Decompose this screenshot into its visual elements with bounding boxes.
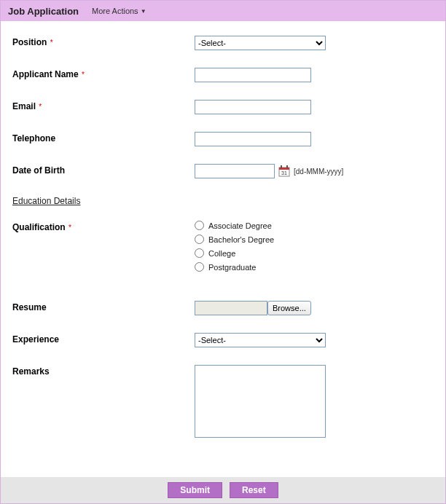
footer-actions: Submit Reset — [1, 477, 445, 503]
qualification-option[interactable]: Associate Degree — [195, 221, 274, 230]
row-remarks: Remarks — [12, 365, 434, 438]
form-content: Position * -Select- Applicant Name * Ema… — [1, 21, 445, 477]
qualification-radio[interactable] — [195, 235, 204, 244]
qualification-radio[interactable] — [195, 248, 204, 258]
applicant-name-input[interactable] — [195, 68, 311, 82]
qualification-label: Qualification * — [12, 222, 71, 232]
resume-label: Resume — [12, 302, 47, 312]
position-label: Position * — [12, 37, 53, 47]
row-applicant-name: Applicant Name * — [12, 68, 434, 82]
dob-input[interactable] — [195, 164, 275, 178]
qualification-option[interactable]: Postgraduate — [195, 262, 274, 272]
telephone-label: Telephone — [12, 133, 55, 143]
email-label: Email * — [12, 101, 42, 111]
position-select[interactable]: -Select- — [195, 36, 326, 50]
calendar-icon[interactable]: 31 — [278, 165, 291, 178]
page-title: Job Application — [8, 6, 79, 17]
dob-label: Date of Birth — [12, 165, 65, 176]
job-application-window: Job Application More Actions ▼ Position … — [0, 0, 446, 504]
applicant-name-label: Applicant Name * — [12, 69, 85, 79]
resume-file-display — [195, 301, 267, 315]
chevron-down-icon: ▼ — [141, 8, 146, 15]
row-resume: Resume Browse... — [12, 301, 434, 315]
row-dob: Date of Birth 31 [dd-MMM-yyyy] — [12, 164, 434, 178]
submit-button[interactable]: Submit — [168, 482, 222, 498]
required-mark: * — [39, 103, 42, 111]
remarks-label: Remarks — [12, 366, 50, 377]
more-actions-menu[interactable]: More Actions ▼ — [92, 7, 146, 15]
row-qualification: Qualification * Associate Degree Bachelo… — [12, 221, 434, 272]
experience-select[interactable]: -Select- — [195, 333, 326, 347]
row-position: Position * -Select- — [12, 36, 434, 50]
qualification-option[interactable]: College — [195, 248, 274, 258]
row-experience: Experience -Select- — [12, 333, 434, 347]
window-header: Job Application More Actions ▼ — [1, 1, 445, 21]
row-email: Email * — [12, 100, 434, 114]
required-mark: * — [82, 71, 85, 79]
required-mark: * — [69, 224, 71, 232]
remarks-textarea[interactable] — [195, 365, 326, 438]
svg-rect-2 — [281, 165, 282, 168]
required-mark: * — [50, 39, 53, 47]
qualification-radio[interactable] — [195, 262, 204, 272]
telephone-input[interactable] — [195, 132, 311, 146]
reset-button[interactable]: Reset — [230, 482, 278, 498]
experience-label: Experience — [12, 334, 59, 344]
more-actions-label: More Actions — [92, 7, 138, 15]
email-input[interactable] — [195, 100, 311, 114]
svg-text:31: 31 — [281, 170, 287, 176]
svg-rect-3 — [286, 165, 288, 168]
resume-file-control: Browse... — [195, 301, 311, 315]
browse-button[interactable]: Browse... — [267, 301, 311, 315]
row-telephone: Telephone — [12, 132, 434, 146]
dob-hint: [dd-MMM-yyyy] — [294, 168, 343, 176]
education-section-heading: Education Details — [12, 196, 434, 206]
qualification-radio[interactable] — [195, 221, 204, 230]
qualification-option[interactable]: Bachelor's Degree — [195, 235, 274, 244]
qualification-radio-group: Associate Degree Bachelor's Degree Colle… — [195, 221, 274, 272]
